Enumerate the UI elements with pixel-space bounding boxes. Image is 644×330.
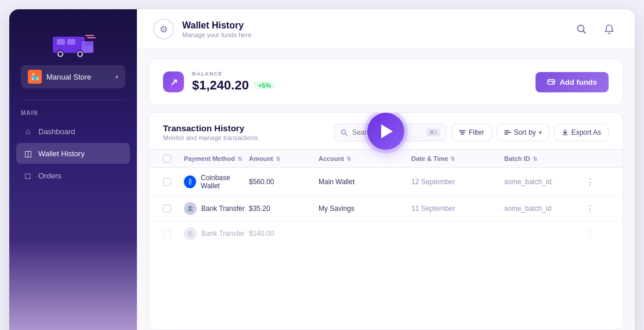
sort-chevron-icon: ▾ [539,130,542,135]
td-account: Main Wallet [319,178,411,186]
search-shortcut: ⌘1 [426,128,440,137]
svg-point-5 [59,52,62,56]
th-account: Account ⇅ [319,155,411,163]
logo-icon [50,23,96,58]
export-label: Export As [571,128,601,137]
th-amount: Amount ⇅ [249,155,319,163]
td-more[interactable]: ⋮ [585,228,609,239]
search-button[interactable] [572,20,591,38]
svg-point-16 [341,130,345,134]
td-account: My Savings [319,205,411,213]
sidebar-item-dashboard[interactable]: ⌂ Dashboard [16,121,130,142]
balance-icon: ↗ [163,71,184,92]
balance-section: ↗ BALANCE $1,240.20 +5% Add funds [149,59,623,105]
td-more[interactable]: ⋮ [585,177,609,188]
more-options-icon[interactable]: ⋮ [585,204,595,214]
td-more[interactable]: ⋮ [585,203,609,214]
th-actions [585,155,609,163]
add-funds-button[interactable]: Add funds [536,72,609,92]
td-date: 11 September [411,205,504,213]
svg-point-6 [78,52,82,56]
filter-button[interactable]: Filter [451,124,492,141]
balance-info: BALANCE $1,240.20 +5% [192,71,276,93]
row-checkbox[interactable] [163,178,171,186]
table-row: 🏦 Bank Transfer $35.20 My Savings 11 Sep… [149,196,623,221]
header-actions [572,20,618,38]
th-batch-id: Batch ID ⇅ [504,155,585,163]
balance-label: BALANCE [192,71,276,77]
sidebar: 🏪 Manual Store ▾ MAIN ⌂ Dashboard ◫ Wall… [9,9,137,330]
balance-amount: $1,240.20 [192,78,249,93]
sidebar-logo-section: 🏪 Manual Store ▾ [9,9,137,100]
balance-badge: +5% [254,81,276,90]
select-all-checkbox[interactable] [163,155,171,163]
svg-rect-13 [548,80,555,84]
wallet-icon: ◫ [23,149,32,158]
play-button[interactable] [367,113,404,150]
sort-label: Sort by [514,128,536,137]
page-title: Wallet History [182,20,251,31]
td-payment-method: 🏦 Bank Transfer [184,202,249,215]
balance-left: ↗ BALANCE $1,240.20 +5% [163,71,276,93]
settings-icon[interactable]: ⚙ [153,19,174,40]
orders-icon: ◻ [23,171,32,180]
page-subtitle: Manage your funds here [182,31,251,38]
sidebar-divider [21,100,125,101]
td-checkbox [163,178,184,186]
row-checkbox[interactable] [163,229,171,238]
sidebar-item-wallet[interactable]: ◫ Wallet History [16,143,130,164]
table-container: Payment Method ⇅ Amount ⇅ Account ⇅ Date… [149,149,623,246]
app-container: 🏪 Manual Store ▾ MAIN ⌂ Dashboard ◫ Wall… [9,9,635,330]
more-options-icon[interactable]: ⋮ [585,229,595,239]
td-date: 12 September [411,178,504,186]
export-button[interactable]: Export As [554,124,609,141]
page-header: ⚙ Wallet History Manage your funds here [137,9,635,49]
sort-icon: ⇅ [276,156,280,162]
add-funds-label: Add funds [560,78,597,87]
main-content: ⚙ Wallet History Manage your funds here [137,9,635,330]
bank-icon: 🏦 [184,227,197,240]
svg-line-17 [345,134,347,135]
svg-line-12 [584,31,586,34]
more-options-icon[interactable]: ⋮ [585,177,595,187]
row-checkbox[interactable] [163,205,171,213]
transaction-subtitle: Monitor and manage transactions. [163,134,259,141]
arrow-up-icon: ↗ [170,77,178,88]
sort-icon: ⇅ [450,156,455,162]
home-icon: ⌂ [23,127,32,136]
store-name: Manual Store [46,73,111,81]
td-batch-id: some_batch_id [504,205,585,213]
notifications-button[interactable] [600,20,618,38]
header-title-block: Wallet History Manage your funds here [182,20,251,38]
td-amount: $35.20 [249,205,319,213]
svg-rect-24 [562,134,568,135]
store-selector[interactable]: 🏪 Manual Store ▾ [21,65,125,88]
sidebar-item-label: Wallet History [38,149,85,158]
table-header: Payment Method ⇅ Amount ⇅ Account ⇅ Date… [149,149,623,168]
th-payment-method: Payment Method ⇅ [184,155,249,163]
sidebar-item-label: Dashboard [38,127,75,136]
store-icon: 🏪 [28,70,42,84]
filter-label: Filter [469,128,484,137]
svg-marker-2 [85,41,93,46]
transaction-title-block: Transaction History Monitor and manage t… [163,123,259,141]
sort-button[interactable]: Sort by ▾ [497,124,549,141]
chevron-down-icon: ▾ [115,74,118,80]
sidebar-item-orders[interactable]: ◻ Orders [16,165,130,186]
table-row: 🏦 Bank Transfer $140.00 ⋮ [149,221,623,246]
sidebar-section-label: MAIN [9,110,137,121]
payment-method-cell: ₿ Coinbase Wallet [184,174,249,190]
td-batch-id: some_batch_id [504,178,585,186]
svg-rect-8 [67,39,75,45]
sort-icon: ⇅ [237,156,242,162]
balance-row: $1,240.20 +5% [192,78,276,93]
svg-point-11 [578,26,584,32]
svg-rect-7 [57,39,65,45]
td-amount: $560.00 [249,178,319,186]
bank-icon: 🏦 [184,202,197,215]
coinbase-icon: ₿ [184,175,196,188]
td-amount: $140.00 [249,229,319,238]
th-date: Date & Time ⇅ [411,155,504,163]
sort-icon: ⇅ [346,156,351,162]
transaction-title: Transaction History [163,123,259,133]
